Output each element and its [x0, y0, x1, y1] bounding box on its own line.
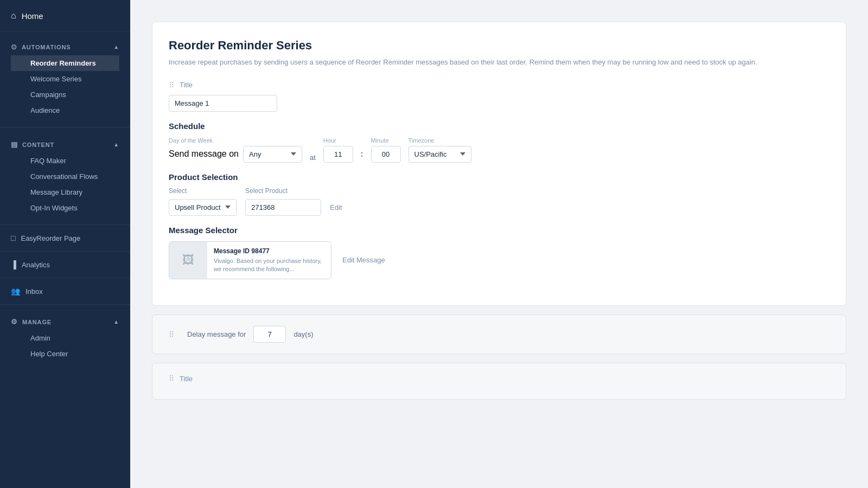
message-selector-section: Message Selector 🖼 Message ID 98477 Viva… [169, 226, 829, 280]
manage-section: ⚙ MANAGE ▲ Admin Help Center [0, 307, 130, 368]
sidebar-analytics[interactable]: ▐ Analytics [0, 255, 130, 274]
automations-section-label: AUTOMATIONS [22, 44, 71, 50]
automations-section: ⊙ AUTOMATIONS ▲ Reorder Reminders Welcom… [0, 32, 130, 125]
sidebar-item-conversational-flows[interactable]: Conversational Flows [11, 169, 119, 184]
easyreorder-icon: □ [11, 234, 15, 242]
sidebar-item-opt-in-widgets[interactable]: Opt-In Widgets [11, 200, 119, 216]
message-card[interactable]: 🖼 Message ID 98477 Vivalgo. Based on you… [169, 241, 331, 280]
day-col-label: Day of the Week [169, 137, 302, 144]
delay-days-input[interactable] [253, 326, 286, 343]
message-selector-label: Message Selector [169, 226, 829, 235]
sidebar-item-admin[interactable]: Admin [11, 330, 119, 346]
divider-1 [0, 127, 130, 127]
sidebar-inbox[interactable]: 👥 Inbox [0, 281, 130, 301]
drag-handle-2[interactable]: ⠿ [169, 374, 174, 383]
page-header-card: Reorder Reminder Series Increase repeat … [152, 22, 846, 306]
drag-handle-delay[interactable]: ⠿ [169, 330, 174, 339]
automations-icon: ⊙ [11, 43, 17, 51]
product-selection-label: Product Selection [169, 172, 829, 182]
content-items: FAQ Maker Conversational Flows Message L… [11, 152, 119, 220]
message-thumbnail: 🖼 [169, 242, 207, 279]
colon-label: : [361, 150, 363, 158]
sidebar: ⌂ Home ⊙ AUTOMATIONS ▲ Reorder Reminders… [0, 0, 130, 488]
message-card-body: Message ID 98477 Vivalgo. Based on your … [207, 242, 331, 279]
title-row: ⠿ Title [169, 81, 829, 112]
main-content: Reorder Reminder Series Increase repeat … [130, 0, 868, 488]
product-id-col: Select Product [245, 187, 321, 216]
automations-items: Reorder Reminders Welcome Series Campaig… [11, 54, 119, 123]
sidebar-analytics-label: Analytics [22, 261, 50, 269]
sidebar-item-reorder-reminders[interactable]: Reorder Reminders [11, 55, 119, 71]
sidebar-item-help-center[interactable]: Help Center [11, 346, 119, 362]
hour-col-label: Hour [323, 137, 353, 144]
hour-col: Hour [323, 137, 353, 163]
select-label: Select [169, 187, 237, 195]
manage-icon: ⚙ [11, 318, 18, 326]
manage-section-label: MANAGE [22, 319, 52, 325]
content-icon: ▤ [11, 140, 18, 149]
timezone-select[interactable]: US/Pacific US/Mountain US/Central US/Eas… [409, 146, 471, 163]
send-message-on-label: Send message on [169, 149, 239, 159]
bottom-title-label: Title [180, 375, 193, 383]
product-id-input[interactable] [245, 199, 321, 216]
message-card-preview: Vivalgo. Based on your purchase history,… [214, 257, 324, 274]
analytics-icon: ▐ [11, 260, 16, 269]
message-card-id: Message ID 98477 [214, 247, 324, 255]
sidebar-inbox-label: Inbox [25, 287, 43, 296]
select-col: Select Upsell Product Cross Sell Feature… [169, 187, 237, 216]
title-label: Title [180, 81, 193, 89]
divider-5 [0, 304, 130, 305]
sidebar-home[interactable]: ⌂ Home [0, 0, 130, 32]
drag-handle-1[interactable]: ⠿ [169, 81, 174, 89]
automations-chevron: ▲ [113, 44, 119, 50]
delay-card: ⠿ Delay message for day(s) [152, 314, 846, 354]
divider-3 [0, 251, 130, 252]
timezone-col: Timezone US/Pacific US/Mountain US/Centr… [409, 137, 471, 163]
delay-label: Delay message for [187, 330, 246, 338]
minute-col: Minute [371, 137, 401, 163]
content-section-label: CONTENT [22, 142, 54, 148]
product-label: Select Product [245, 187, 321, 195]
content-section-header[interactable]: ▤ CONTENT ▲ [11, 137, 119, 152]
sidebar-item-welcome-series[interactable]: Welcome Series [11, 71, 119, 87]
sidebar-easyreorder[interactable]: □ EasyReorder Page [0, 228, 130, 248]
content-section: ▤ CONTENT ▲ FAQ Maker Conversational Flo… [0, 130, 130, 222]
sidebar-item-message-library[interactable]: Message Library [11, 184, 119, 200]
automations-section-header[interactable]: ⊙ AUTOMATIONS ▲ [11, 40, 119, 54]
bottom-title-card: ⠿ Title [152, 363, 846, 400]
product-type-select[interactable]: Upsell Product Cross Sell Featured [169, 199, 237, 216]
manage-items: Admin Help Center [11, 329, 119, 366]
sidebar-item-faq-maker[interactable]: FAQ Maker [11, 153, 119, 169]
at-label: at [310, 153, 316, 162]
message-row: 🖼 Message ID 98477 Vivalgo. Based on you… [169, 241, 829, 280]
home-icon: ⌂ [11, 11, 16, 21]
day-col: Day of the Week Send message on Any Mond… [169, 137, 302, 163]
timezone-col-label: Timezone [409, 137, 471, 144]
minute-input[interactable] [371, 146, 401, 163]
page-title: Reorder Reminder Series [169, 38, 829, 53]
divider-2 [0, 224, 130, 225]
minute-col-label: Minute [371, 137, 401, 144]
message-title-input[interactable] [169, 95, 277, 112]
hour-input[interactable] [323, 146, 353, 163]
schedule-label: Schedule [169, 121, 829, 131]
product-row: Select Upsell Product Cross Sell Feature… [169, 187, 829, 216]
day-of-week-select[interactable]: Any Monday Tuesday Wednesday Thursday Fr… [243, 146, 302, 163]
edit-message-button[interactable]: Edit Message [342, 256, 385, 264]
schedule-section: Schedule Day of the Week Send message on… [169, 121, 829, 163]
sidebar-easyreorder-label: EasyReorder Page [21, 234, 80, 242]
page-subtitle: Increase repeat purchases by sending use… [169, 57, 829, 68]
product-selection-section: Product Selection Select Upsell Product … [169, 172, 829, 216]
delay-days-label: day(s) [293, 330, 313, 338]
section-label-title: ⠿ Title [169, 81, 829, 89]
manage-section-header[interactable]: ⚙ MANAGE ▲ [11, 314, 119, 329]
sidebar-home-label: Home [22, 11, 43, 21]
content-chevron: ▲ [113, 142, 119, 147]
sidebar-item-campaigns[interactable]: Campaigns [11, 87, 119, 102]
manage-chevron: ▲ [113, 319, 119, 325]
image-icon: 🖼 [182, 253, 194, 267]
divider-4 [0, 278, 130, 278]
sidebar-item-audience[interactable]: Audience [11, 102, 119, 118]
bottom-section-label: ⠿ Title [169, 374, 829, 383]
product-edit-link[interactable]: Edit [330, 203, 342, 216]
